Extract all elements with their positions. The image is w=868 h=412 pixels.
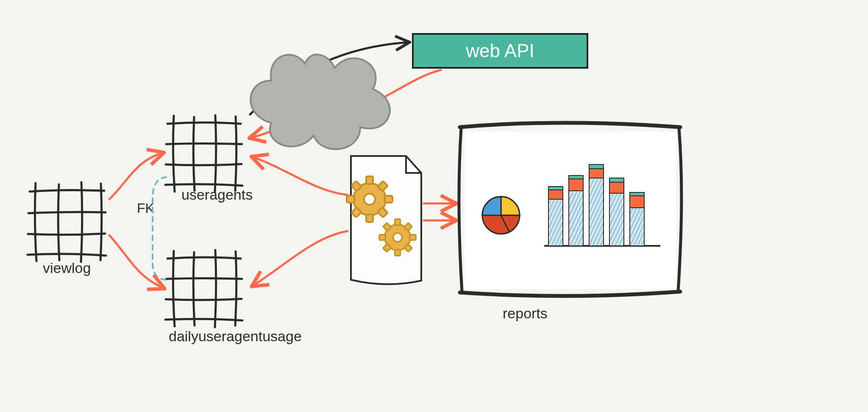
svg-rect-5 <box>366 214 373 222</box>
svg-rect-28 <box>569 191 583 246</box>
reports-panel <box>459 123 682 296</box>
svg-point-13 <box>393 233 402 242</box>
cloud-icon <box>250 55 390 149</box>
svg-rect-35 <box>609 182 624 193</box>
svg-rect-6 <box>347 196 354 203</box>
svg-rect-39 <box>630 192 644 196</box>
dailyuseragentusage-table-icon <box>165 250 242 327</box>
svg-rect-16 <box>379 235 385 240</box>
svg-point-3 <box>364 194 375 205</box>
svg-rect-17 <box>410 235 416 240</box>
diagram-svg <box>0 0 868 412</box>
fk-link <box>153 177 167 280</box>
svg-rect-34 <box>609 193 624 246</box>
useragents-table-icon <box>165 115 242 192</box>
svg-rect-14 <box>395 219 401 225</box>
svg-rect-26 <box>548 190 563 199</box>
svg-rect-27 <box>548 187 563 190</box>
svg-rect-29 <box>569 179 583 191</box>
svg-rect-15 <box>395 250 401 256</box>
svg-rect-25 <box>548 199 563 246</box>
svg-rect-30 <box>569 175 583 179</box>
architecture-diagram: { "nodes": { "viewlog": { "label": "view… <box>0 0 868 412</box>
svg-rect-32 <box>589 169 604 178</box>
svg-rect-37 <box>630 208 644 246</box>
svg-rect-31 <box>589 178 604 246</box>
pie-chart-icon <box>482 197 520 234</box>
svg-rect-36 <box>609 178 624 182</box>
process-document-icon <box>347 156 421 284</box>
gear-icon <box>347 176 392 222</box>
svg-rect-7 <box>385 196 392 203</box>
svg-rect-33 <box>589 164 604 169</box>
gear-icon-small <box>379 219 416 256</box>
svg-rect-38 <box>630 196 644 208</box>
svg-rect-4 <box>366 176 373 184</box>
viewlog-table-icon <box>28 182 106 262</box>
